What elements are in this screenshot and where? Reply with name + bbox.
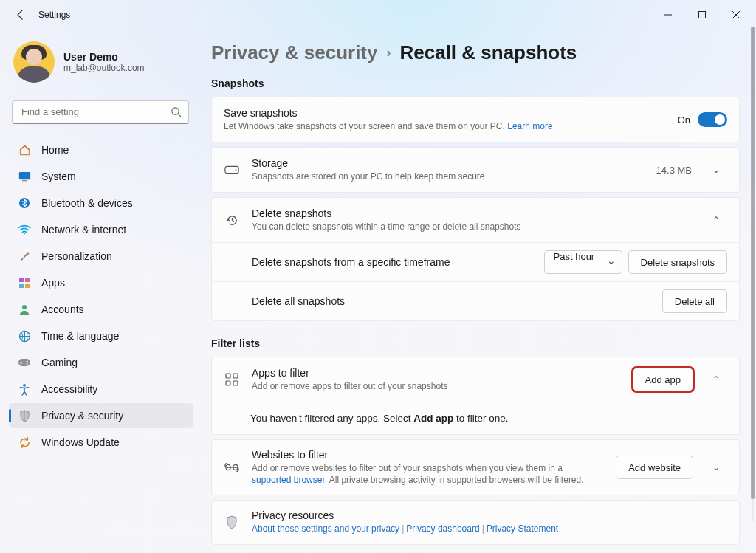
arrow-left-icon [15, 9, 27, 21]
svg-rect-8 [19, 284, 24, 288]
svg-point-17 [236, 169, 237, 171]
svg-point-1 [172, 108, 179, 114]
nav-label: Accessibility [41, 383, 97, 395]
storage-value: 14.3 MB [656, 165, 692, 176]
nav-label: Apps [41, 277, 65, 289]
nav-apps[interactable]: Apps [9, 270, 193, 295]
svg-rect-9 [25, 284, 30, 288]
delete-snapshots-button[interactable]: Delete snapshots [628, 250, 727, 274]
svg-rect-16 [225, 166, 238, 173]
card-apps-filter: Apps to filter Add or remove apps to fil… [211, 357, 740, 435]
profile-name: User Demo [63, 51, 145, 63]
card-storage[interactable]: Storage Snapshots are stored on your PC … [211, 147, 740, 193]
accessibility-icon [18, 382, 31, 396]
bluetooth-icon [18, 196, 31, 210]
nav-system[interactable]: System [9, 164, 193, 189]
globe-clock-icon [18, 329, 31, 343]
svg-rect-18 [226, 374, 230, 378]
supported-browser-link[interactable]: supported browser [252, 475, 325, 485]
privacy-about-link[interactable]: About these settings and your privacy [252, 523, 399, 534]
privacy-statement-link[interactable]: Privacy Statement [487, 523, 558, 534]
row-sub: Add or remove websites to filter out of … [252, 462, 604, 486]
brush-icon [18, 250, 31, 263]
search-box [12, 100, 189, 124]
sidebar: User Demo m_lab@outlook.com Home System … [0, 30, 198, 553]
row-sub: Snapshots are stored on your PC to help … [252, 171, 645, 182]
page-title: Recall & snapshots [399, 41, 577, 64]
search-input[interactable] [12, 100, 189, 124]
row-sub: Add or remove apps to filter out of your… [252, 380, 621, 392]
svg-point-13 [27, 360, 28, 362]
storage-icon [224, 165, 240, 174]
svg-rect-6 [19, 278, 24, 282]
nav-time[interactable]: Time & language [9, 323, 193, 348]
profile-email: m_lab@outlook.com [63, 63, 145, 73]
maximize-button[interactable] [685, 3, 719, 27]
delete-snapshots-header[interactable]: Delete snapshots You can delete snapshot… [212, 198, 739, 242]
nav-gaming[interactable]: Gaming [9, 350, 193, 375]
section-snapshots: Snapshots [211, 78, 740, 89]
breadcrumb-parent[interactable]: Privacy & security [211, 41, 377, 64]
nav-label: Accounts [41, 303, 84, 315]
svg-point-5 [24, 233, 25, 234]
row-title: Save snapshots [224, 107, 666, 119]
maximize-icon [698, 11, 706, 18]
svg-rect-3 [22, 180, 27, 181]
card-save-snapshots: Save snapshots Let Windows take snapshot… [211, 97, 740, 142]
apps-empty-message: You haven't filtered any apps. Select Ad… [212, 402, 739, 434]
row-label: Delete snapshots from a specific timefra… [252, 256, 538, 268]
nav-network[interactable]: Network & internet [9, 217, 193, 242]
back-button[interactable] [10, 4, 31, 25]
gamepad-icon [18, 356, 31, 369]
nav-list: Home System Bluetooth & devices Network … [9, 137, 193, 455]
add-app-button[interactable]: Add app [633, 368, 693, 391]
privacy-dashboard-link[interactable]: Privacy dashboard [406, 523, 479, 534]
add-website-button[interactable]: Add website [616, 456, 693, 479]
avatar [13, 41, 55, 83]
svg-rect-2 [18, 172, 30, 179]
chevron-right-icon: › [386, 45, 391, 61]
home-icon [18, 143, 31, 157]
wifi-icon [18, 223, 31, 236]
apps-grid-icon [224, 373, 240, 386]
svg-rect-19 [233, 374, 238, 378]
delete-all-button[interactable]: Delete all [662, 289, 727, 313]
row-label: Delete all snapshots [252, 295, 656, 307]
close-button[interactable] [719, 3, 753, 27]
history-icon [224, 213, 240, 227]
row-title: Delete snapshots [252, 207, 693, 219]
svg-rect-21 [233, 381, 238, 385]
nav-home[interactable]: Home [9, 137, 193, 162]
get-help-row[interactable]: ? Get help [211, 549, 740, 553]
nav-label: Privacy & security [41, 410, 123, 422]
learn-more-link[interactable]: Learn more [507, 121, 552, 131]
svg-rect-20 [226, 381, 230, 385]
person-icon [18, 303, 31, 316]
chevron-up-icon: ⌃ [705, 374, 727, 385]
shield-icon [224, 515, 240, 529]
nav-accessibility[interactable]: Accessibility [9, 377, 193, 402]
websites-filter-header[interactable]: Websites to filter Add or remove website… [212, 440, 739, 495]
breadcrumb: Privacy & security › Recall & snapshots [211, 41, 740, 64]
nav-label: Bluetooth & devices [41, 197, 133, 209]
row-title: Storage [252, 157, 645, 169]
svg-rect-0 [699, 12, 706, 18]
timeframe-select[interactable]: Past hour [544, 250, 622, 274]
nav-label: Home [41, 144, 69, 156]
minimize-button[interactable] [651, 3, 685, 27]
system-icon [18, 170, 31, 183]
chevron-up-icon: ⌃ [705, 215, 727, 225]
toggle-state: On [678, 114, 690, 126]
scrollbar-thumb[interactable] [751, 27, 755, 499]
apps-filter-header[interactable]: Apps to filter Add or remove apps to fil… [212, 357, 739, 402]
profile-block[interactable]: User Demo m_lab@outlook.com [9, 37, 193, 93]
svg-point-14 [27, 363, 28, 365]
nav-accounts[interactable]: Accounts [9, 297, 193, 322]
nav-update[interactable]: Windows Update [9, 430, 193, 455]
nav-privacy[interactable]: Privacy & security [9, 403, 193, 428]
shield-icon [18, 409, 31, 422]
nav-personalization[interactable]: Personalization [9, 244, 193, 269]
nav-bluetooth[interactable]: Bluetooth & devices [9, 190, 193, 216]
delete-all-row: Delete all snapshots Delete all [212, 281, 739, 320]
save-snapshots-toggle[interactable] [698, 112, 727, 127]
